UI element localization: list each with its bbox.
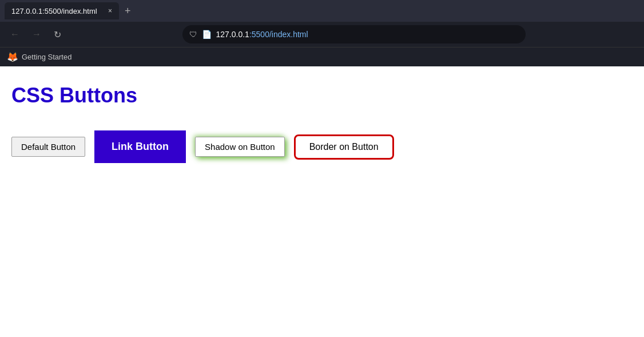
url-text: 127.0.0.1:5500/index.html xyxy=(216,30,308,39)
link-button[interactable]: Link Button xyxy=(94,130,186,163)
bookmarks-bar: 🦊 Getting Started xyxy=(0,47,644,66)
address-bar-row: ← → ↻ 🛡 📄 127.0.0.1:5500/index.html xyxy=(0,22,644,47)
forward-button[interactable]: → xyxy=(29,27,45,42)
bookmark-getting-started[interactable]: 🦊 Getting Started xyxy=(7,51,71,62)
back-button[interactable]: ← xyxy=(7,27,23,42)
shadow-button[interactable]: Shadow on Button xyxy=(195,137,285,157)
page-title: CSS Buttons xyxy=(11,84,633,108)
url-port-path: :5500/index.html xyxy=(249,30,308,39)
active-tab[interactable]: 127.0.0.1:5500/index.html × xyxy=(5,2,119,19)
page-content: CSS Buttons Default Button Link Button S… xyxy=(0,66,644,312)
browser-chrome: 127.0.0.1:5500/index.html × + ← → ↻ 🛡 📄 … xyxy=(0,0,644,66)
default-button[interactable]: Default Button xyxy=(11,137,85,157)
refresh-button[interactable]: ↻ xyxy=(50,27,65,42)
tab-bar: 127.0.0.1:5500/index.html × + xyxy=(0,0,644,22)
new-tab-button[interactable]: + xyxy=(121,5,134,17)
buttons-row: Default Button Link Button Shadow on But… xyxy=(11,130,633,163)
page-icon: 📄 xyxy=(202,30,212,39)
bookmark-label: Getting Started xyxy=(22,53,71,61)
tab-close-button[interactable]: × xyxy=(108,7,112,15)
border-button[interactable]: Border on Button xyxy=(294,134,394,160)
tab-title: 127.0.0.1:5500/index.html xyxy=(11,7,97,15)
firefox-logo-icon: 🦊 xyxy=(7,51,18,62)
shield-icon: 🛡 xyxy=(189,30,197,39)
url-host: 127.0.0.1 xyxy=(216,30,249,39)
address-bar[interactable]: 🛡 📄 127.0.0.1:5500/index.html xyxy=(182,25,526,43)
